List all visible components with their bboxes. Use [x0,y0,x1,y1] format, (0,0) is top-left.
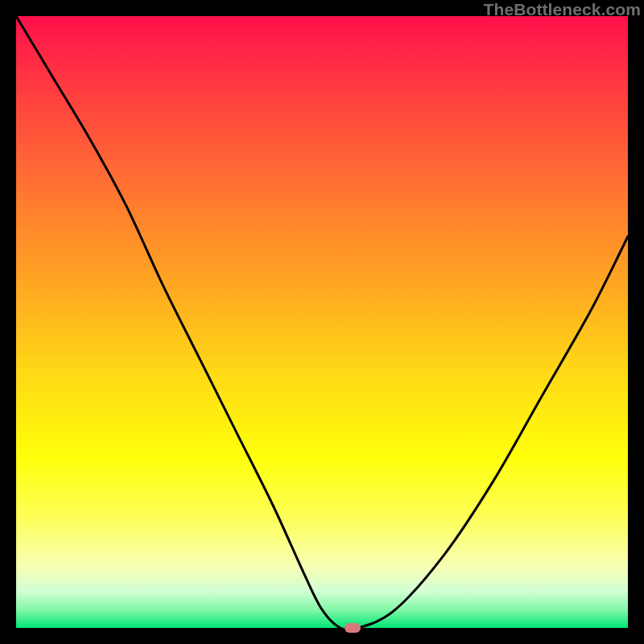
chart-container: TheBottleneck.com [0,0,644,644]
plot-area [16,16,628,628]
curve-path [16,16,628,628]
bottleneck-curve [16,16,628,628]
optimum-marker [345,623,361,633]
